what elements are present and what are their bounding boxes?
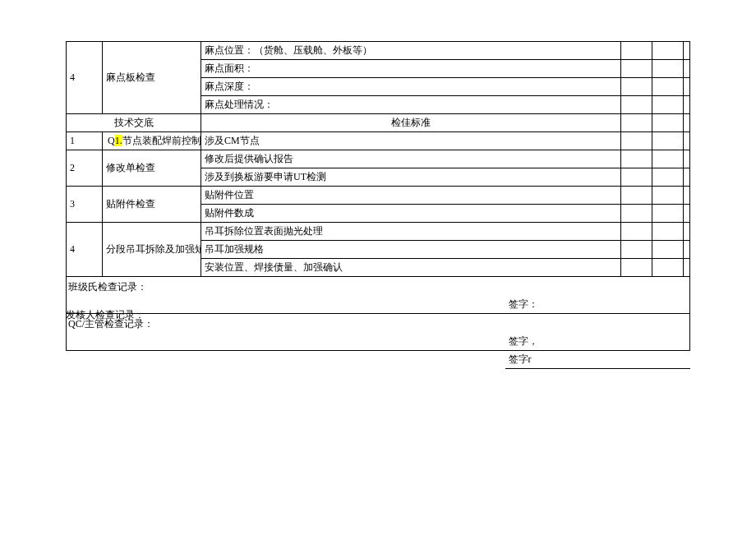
qc-record-label: QC/主管检查记录：	[67, 314, 690, 334]
row-desc: 贴附件数成	[201, 205, 621, 223]
cell-blank	[652, 168, 684, 187]
row-desc: 麻点位置：（货舱、压载舱、外板等）	[201, 42, 621, 60]
cell-blank	[684, 132, 690, 150]
row-desc: 贴附件位置	[201, 187, 621, 205]
sign-label: 签字：	[505, 296, 621, 314]
row-item: 分段吊耳拆除及加强短接	[103, 223, 201, 277]
row-number: 1	[67, 132, 103, 150]
class-record-label: 班级氏检查记录：	[67, 277, 690, 297]
sign-label: 签字，	[505, 333, 621, 351]
table-header-row: 技术交底 检佳标准	[67, 114, 690, 132]
row-item: 麻点板检查	[103, 42, 201, 114]
row-item: 贴附件检查	[103, 187, 201, 223]
cell-blank	[684, 205, 690, 223]
cell-blank	[652, 78, 684, 96]
row-number: 2	[67, 150, 103, 187]
cell-blank	[621, 96, 652, 114]
table-row: 3 贴附件检查 贴附件位置	[67, 187, 690, 205]
inspection-table: 4 麻点板检查 麻点位置：（货舱、压载舱、外板等） 麻点面积： 麻点深度： 麻点…	[66, 41, 690, 369]
cell-blank	[684, 96, 690, 114]
sign-line	[621, 333, 690, 351]
record-row: 签字，	[67, 333, 690, 351]
cell-blank	[621, 150, 652, 168]
cell-blank	[652, 223, 684, 241]
record-row: QC/主管检查记录：	[67, 314, 690, 334]
cell-blank	[621, 42, 652, 60]
sign-line	[621, 351, 690, 369]
row-desc: 涉及到换板游要申请UT检测	[201, 168, 621, 187]
sign-label: 签字r	[505, 351, 621, 369]
q-prefix: Q	[108, 135, 115, 146]
cell-blank	[684, 259, 690, 277]
cell-blank	[652, 96, 684, 114]
cell-blank	[621, 132, 652, 150]
row-desc: 修改后提供确认报告	[201, 150, 621, 168]
row-number: 4	[67, 223, 103, 277]
cell-blank	[652, 187, 684, 205]
row-number: 3	[67, 187, 103, 223]
row-desc: 麻点处理情况：	[201, 96, 621, 114]
cell-blank	[621, 205, 652, 223]
row-desc: 麻点深度：	[201, 78, 621, 96]
cell-blank	[652, 259, 684, 277]
cell-blank	[621, 60, 652, 78]
cell-blank	[621, 259, 652, 277]
row-desc: 麻点面积：	[201, 60, 621, 78]
cell-blank	[652, 241, 684, 259]
cell-blank	[684, 223, 690, 241]
table-row: 2 修改单检查 修改后提供确认报告	[67, 150, 690, 168]
header-standard: 检佳标准	[201, 114, 621, 132]
cell-blank	[684, 187, 690, 205]
cell-blank	[684, 168, 690, 187]
cell-blank	[621, 241, 652, 259]
row-desc: 安装位置、焊接债量、加强确认	[201, 259, 621, 277]
cell-blank	[621, 187, 652, 205]
row-desc: 吊耳拆除位置表面抛光处理	[201, 223, 621, 241]
row-desc: 吊耳加强规格	[201, 241, 621, 259]
cell-blank	[684, 150, 690, 168]
cell-blank	[684, 42, 690, 60]
record-line	[67, 333, 505, 351]
cell-blank	[621, 78, 652, 96]
cell-blank	[621, 168, 652, 187]
item-suffix: 节点装配焊前控制	[122, 135, 201, 146]
row-number: 4	[67, 42, 103, 114]
cell-blank	[621, 223, 652, 241]
header-tech: 技术交底	[67, 114, 201, 132]
cell-blank	[621, 114, 652, 132]
row-desc: 涉及CM节点	[201, 132, 621, 150]
cell-blank	[652, 150, 684, 168]
cell-blank	[684, 78, 690, 96]
cell-blank	[684, 60, 690, 78]
row-item: 修改单检查	[103, 150, 201, 187]
cell-blank	[652, 114, 684, 132]
cell-blank	[652, 132, 684, 150]
cell-blank	[684, 114, 690, 132]
record-row: 签字r	[67, 351, 690, 369]
sign-line	[621, 296, 690, 314]
cell-blank	[652, 205, 684, 223]
table-row: 1 Q1.节点装配焊前控制 涉及CM节点	[67, 132, 690, 150]
table-row: 4 麻点板检查 麻点位置：（货舱、压载舱、外板等）	[67, 42, 690, 60]
highlight-text: 1.	[115, 135, 122, 146]
cell-blank	[652, 60, 684, 78]
issuer-record-label: 发核人检查记录：	[66, 308, 145, 322]
record-line	[67, 351, 505, 369]
record-row: 签字：	[67, 296, 690, 314]
cell-blank	[684, 241, 690, 259]
record-row: 班级氏检查记录：	[67, 277, 690, 297]
row-item: Q1.节点装配焊前控制	[103, 132, 201, 150]
table-row: 4 分段吊耳拆除及加强短接 吊耳拆除位置表面抛光处理	[67, 223, 690, 241]
cell-blank	[652, 42, 684, 60]
